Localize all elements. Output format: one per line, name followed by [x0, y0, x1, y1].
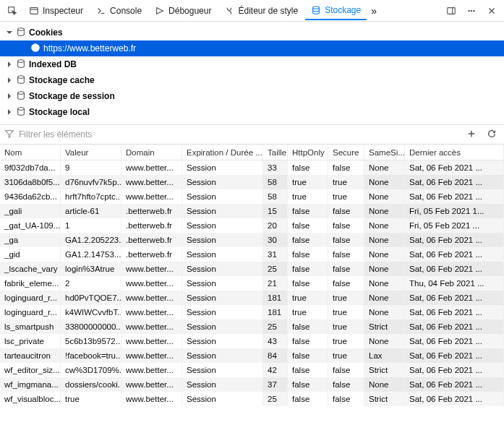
twisty-right-icon — [6, 75, 13, 85]
tab-debugger[interactable]: Débogueur — [149, 1, 217, 20]
cell-httponly: false — [288, 392, 328, 406]
cell-size: 58 — [263, 175, 288, 189]
tab-inspector[interactable]: Inspecteur — [23, 1, 89, 20]
table-row[interactable]: tarteaucitron!facebook=tru...www.better.… — [0, 348, 504, 363]
globe-icon — [30, 43, 40, 55]
table-row[interactable]: 9f032db7da...9www.better...Session33fals… — [0, 160, 504, 175]
col-size[interactable]: Taille — [263, 145, 288, 160]
table-row[interactable]: 3106da8b0f5...d76nuvfv7k5p...www.better.… — [0, 175, 504, 189]
cell-httponly: false — [288, 218, 328, 233]
svg-point-11 — [18, 91, 25, 94]
cell-samesite: None — [364, 291, 405, 305]
dock-side-icon[interactable] — [442, 1, 461, 20]
inspector-icon — [29, 6, 39, 16]
cell-last: Sat, 06 Feb 2021 ... — [405, 247, 504, 262]
cell-last: Sat, 06 Feb 2021 ... — [405, 291, 504, 305]
cell-expiration: Session — [182, 233, 263, 247]
cell-samesite: None — [364, 160, 405, 175]
kebab-menu-icon[interactable] — [462, 1, 481, 20]
cell-value: hd0PvTQOE7... — [61, 291, 121, 305]
tree-indexeddb[interactable]: Indexed DB — [0, 56, 504, 72]
cell-name: _gali — [0, 204, 61, 218]
table-row[interactable]: _gidGA1.2.14753....betterweb.frSession31… — [0, 247, 504, 262]
tab-label: Stockage — [325, 5, 361, 15]
tree-cookies[interactable]: Cookies — [0, 25, 504, 40]
col-value[interactable]: Valeur — [61, 145, 121, 160]
svg-point-7 — [18, 27, 25, 30]
cell-domain: www.better... — [121, 262, 182, 276]
table-row[interactable]: 9436da62cb...hrft7hfto7cptc...www.better… — [0, 189, 504, 204]
tree-site-betterweb[interactable]: https://www.betterweb.fr — [0, 40, 504, 56]
cell-samesite: None — [364, 262, 405, 276]
storage-icon — [16, 59, 26, 71]
col-httponly[interactable]: HttpOnly — [288, 145, 328, 160]
tree-cache-storage[interactable]: Stockage cache — [0, 72, 504, 88]
cell-samesite: Lax — [364, 348, 405, 363]
svg-point-4 — [468, 9, 469, 11]
cell-last: Sat, 06 Feb 2021 ... — [405, 160, 504, 175]
cell-domain: www.better... — [121, 377, 182, 392]
cell-secure: false — [328, 262, 364, 276]
table-row[interactable]: _galiarticle-61.betterweb.frSession15fal… — [0, 204, 504, 218]
svg-point-9 — [18, 59, 25, 62]
tree-local-storage[interactable]: Stockage local — [0, 104, 504, 120]
tab-style-editor[interactable]: Éditeur de style — [218, 1, 304, 20]
col-name[interactable]: Nom — [0, 145, 61, 160]
cell-samesite: Strict — [364, 363, 405, 377]
storage-icon — [16, 106, 26, 119]
table-row[interactable]: loginguard_r...hd0PvTQOE7...www.better..… — [0, 291, 504, 305]
cell-httponly: false — [288, 233, 328, 247]
cell-last: Sat, 06 Feb 2021 ... — [405, 262, 504, 276]
cell-last: Fri, 05 Feb 2021 ... — [405, 218, 504, 233]
cell-name: wf_visualbloc... — [0, 392, 61, 406]
pick-element-icon[interactable] — [3, 1, 22, 20]
cell-size: 43 — [263, 334, 288, 348]
col-last[interactable]: Dernier accès — [405, 145, 504, 160]
table-row[interactable]: loginguard_r...k4WIWCvvfbT...www.better.… — [0, 305, 504, 319]
cell-name: loginguard_r... — [0, 291, 61, 305]
table-header[interactable]: Nom Valeur Domain Expiration / Durée ...… — [0, 145, 504, 160]
cell-name: ls_smartpush — [0, 319, 61, 334]
col-samesite[interactable]: SameSi... — [364, 145, 405, 160]
cell-httponly: false — [288, 160, 328, 175]
cell-expiration: Session — [182, 218, 263, 233]
cell-value: d76nuvfv7k5p... — [61, 175, 121, 189]
table-row[interactable]: _gat_UA-109...1.betterweb.frSession20fal… — [0, 218, 504, 233]
table-row[interactable]: _lscache_varylogin%3Atruewww.better...Se… — [0, 262, 504, 276]
tree-label: https://www.betterweb.fr — [43, 43, 136, 53]
filter-input[interactable] — [19, 129, 459, 139]
table-row[interactable]: fabrik_eleme...2www.better...Session21fa… — [0, 276, 504, 291]
cell-size: 31 — [263, 247, 288, 262]
cell-httponly: false — [288, 247, 328, 262]
refresh-button[interactable] — [484, 129, 500, 141]
col-expiration[interactable]: Expiration / Durée ... — [182, 145, 263, 160]
tab-console[interactable]: Console — [90, 1, 148, 20]
cell-value: 33800000000... — [61, 319, 121, 334]
cell-expiration: Session — [182, 262, 263, 276]
cell-expiration: Session — [182, 348, 263, 363]
table-row[interactable]: wf_visualbloc...truewww.better...Session… — [0, 392, 504, 406]
table-row[interactable]: ls_smartpush33800000000...www.better...S… — [0, 319, 504, 334]
add-button[interactable] — [464, 129, 479, 141]
cell-samesite: None — [364, 204, 405, 218]
close-icon[interactable] — [482, 1, 501, 20]
col-secure[interactable]: Secure — [328, 145, 364, 160]
cell-domain: www.better... — [121, 392, 182, 406]
table-row[interactable]: wf_imgmana...dossiers/cooki...www.better… — [0, 377, 504, 392]
tree-session-storage[interactable]: Stockage de session — [0, 88, 504, 104]
cell-size: 33 — [263, 160, 288, 175]
tabs-overflow-icon[interactable]: » — [368, 5, 380, 17]
cell-last: Sat, 06 Feb 2021 ... — [405, 377, 504, 392]
tab-label: Débogueur — [168, 6, 211, 16]
tab-storage[interactable]: Stockage — [305, 1, 367, 20]
cell-secure: false — [328, 218, 364, 233]
cell-size: 30 — [263, 233, 288, 247]
cell-name: wf_imgmana... — [0, 377, 61, 392]
cell-name: wf_editor_siz... — [0, 363, 61, 377]
col-domain[interactable]: Domain — [121, 145, 182, 160]
table-row[interactable]: _gaGA1.2.205223....betterweb.frSession30… — [0, 233, 504, 247]
table-row[interactable]: wf_editor_siz...cw%3D1709%...www.better.… — [0, 363, 504, 377]
table-row[interactable]: lsc_private5c6b13b9572...www.better...Se… — [0, 334, 504, 348]
cell-last: Sat, 06 Feb 2021 ... — [405, 189, 504, 204]
cell-size: 181 — [263, 305, 288, 319]
